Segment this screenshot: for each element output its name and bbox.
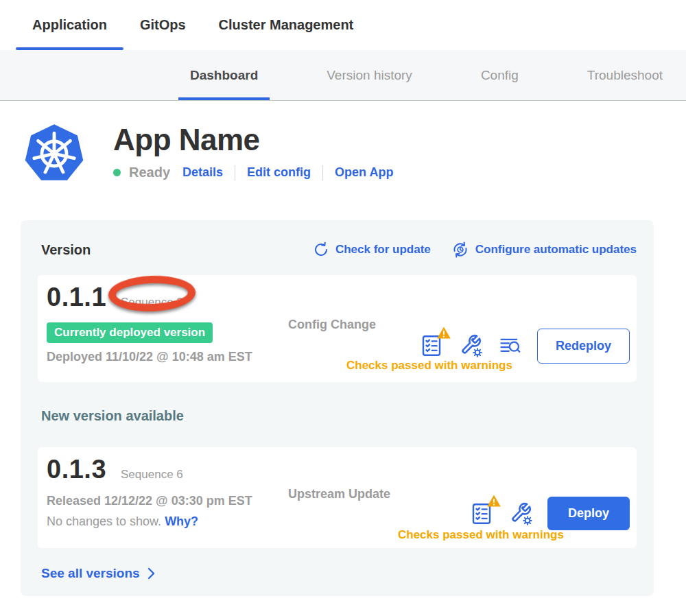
warning-triangle-icon	[436, 326, 451, 340]
available-version-source-type: Upstream Update	[288, 487, 390, 548]
available-version-sequence: Sequence 6	[121, 468, 183, 482]
available-version-number: 0.1.3	[47, 455, 106, 484]
top-tab-gitops[interactable]: GitOps	[123, 0, 202, 50]
details-link[interactable]: Details	[182, 165, 223, 180]
current-version-checks-status: Checks passed with warnings	[346, 359, 512, 372]
version-panel-title: Version	[41, 242, 91, 258]
open-app-link[interactable]: Open App	[335, 165, 393, 180]
app-sub-nav: Dashboard Version history Config Trouble…	[0, 50, 686, 101]
tab-dashboard[interactable]: Dashboard	[178, 50, 270, 100]
available-version-checks-status: Checks passed with warnings	[398, 528, 564, 542]
top-tab-cluster-management[interactable]: Cluster Management	[202, 0, 370, 50]
available-version-card: 0.1.3 Sequence 6 Released 12/12/22 @ 03:…	[38, 447, 637, 548]
chevron-right-icon	[147, 567, 155, 580]
deployed-timestamp: Deployed 11/10/22 @ 10:48 am EST	[47, 350, 288, 364]
wrench-gear-icon[interactable]	[458, 333, 484, 359]
page-title: App Name	[113, 124, 393, 156]
divider	[235, 165, 235, 180]
see-all-versions-label: See all versions	[41, 566, 140, 581]
preflight-checks-icon-button[interactable]	[469, 501, 494, 527]
redeploy-button[interactable]: Redeploy	[537, 329, 630, 364]
configure-automatic-updates-button[interactable]: Configure automatic updates	[451, 241, 637, 259]
status-badge: Ready	[129, 165, 170, 180]
auto-update-clock-icon	[451, 241, 469, 259]
check-for-update-label: Check for update	[335, 243, 431, 257]
kubernetes-logo	[24, 123, 84, 185]
deploy-button[interactable]: Deploy	[547, 497, 630, 530]
diff-magnifier-icon[interactable]	[497, 334, 523, 357]
primary-nav: Application GitOps Cluster Management	[0, 0, 686, 50]
warning-triangle-icon	[486, 494, 501, 508]
configure-automatic-updates-label: Configure automatic updates	[475, 243, 637, 257]
top-tab-application[interactable]: Application	[16, 0, 123, 50]
refresh-icon	[313, 241, 329, 258]
why-link[interactable]: Why?	[165, 514, 198, 528]
new-version-heading: New version available	[41, 408, 637, 424]
check-for-update-button[interactable]: Check for update	[313, 241, 431, 258]
edit-config-link[interactable]: Edit config	[247, 165, 311, 180]
current-version-card: 0.1.1 Sequence 3 Currently deployed vers…	[38, 275, 637, 382]
tab-troubleshoot[interactable]: Troubleshoot	[576, 50, 674, 100]
version-panel: Version Check for update	[21, 220, 654, 596]
see-all-versions-link[interactable]: See all versions	[41, 566, 155, 581]
page: Application GitOps Cluster Management Da…	[0, 0, 686, 616]
wrench-gear-icon[interactable]	[508, 501, 534, 527]
tab-version-history[interactable]: Version history	[315, 50, 424, 100]
app-header: App Name Ready Details Edit config Open …	[24, 123, 686, 185]
no-changes-note: No changes to show.	[47, 514, 161, 528]
currently-deployed-badge: Currently deployed version	[47, 322, 213, 343]
current-version-number: 0.1.1	[47, 283, 106, 312]
status-dot-green	[113, 169, 121, 176]
tab-config[interactable]: Config	[469, 50, 530, 100]
released-timestamp: Released 12/12/22 @ 03:30 pm EST	[47, 494, 288, 508]
current-version-sequence: Sequence 3	[121, 296, 183, 309]
divider	[322, 165, 323, 180]
preflight-checks-icon-button[interactable]	[419, 333, 444, 359]
